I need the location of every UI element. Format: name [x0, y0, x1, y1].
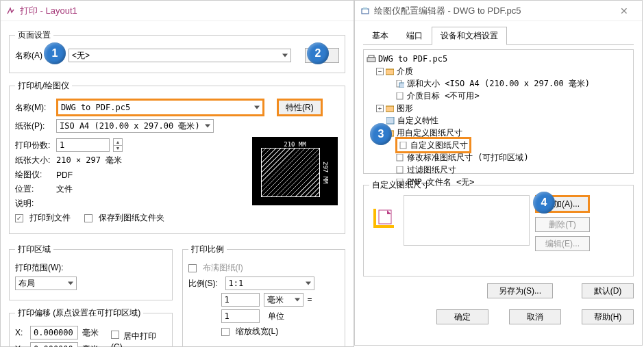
scale-num-input[interactable]: 1	[221, 293, 260, 307]
callout-badge-4: 4	[533, 192, 555, 214]
print-offset-legend: 打印偏移 (原点设置在可打印区域)	[15, 307, 143, 319]
save-folder-label: 保存到图纸文件夹	[99, 212, 164, 224]
printer-name-select[interactable]: DWG to PDF.pc5	[56, 99, 264, 116]
default-button[interactable]: 默认(D)	[582, 283, 634, 298]
folder-icon	[385, 104, 395, 112]
page-icon	[395, 153, 405, 162]
plotter-ok-button[interactable]: 确定	[436, 309, 488, 324]
offset-y-input[interactable]: 0.000000	[30, 342, 78, 347]
paper-select[interactable]: ISO A4 (210.00 x 297.00 毫米)	[56, 119, 214, 133]
tab-device-doc-settings[interactable]: 设备和文档设置	[432, 27, 507, 45]
svg-rect-15	[373, 209, 376, 228]
page-setup-name-select[interactable]: <无>	[69, 49, 291, 62]
paper-hatch-icon	[261, 148, 320, 197]
callout-badge-2: 2	[307, 42, 329, 64]
center-print-checkbox[interactable]	[111, 331, 119, 339]
app-icon	[6, 6, 16, 16]
callout-badge-3: 3	[370, 123, 392, 145]
fit-to-paper-checkbox[interactable]	[188, 264, 197, 272]
offset-y-unit: 毫米	[82, 344, 99, 348]
scale-den-input[interactable]: 1	[221, 309, 260, 323]
svg-rect-17	[379, 210, 391, 224]
settings-tree[interactable]: DWG to PDF.pc5 − 介质 源和大小 <ISO A4 (210.00…	[363, 49, 634, 174]
paper-size-value: 210 × 297 毫米	[56, 155, 122, 166]
plotter-cancel-button[interactable]: 取消	[509, 309, 561, 324]
copies-spinner[interactable]: ▲▼	[113, 138, 123, 152]
print-titlebar: 打印 - Layout1	[1, 1, 354, 21]
tree-custom-paper-size[interactable]: 自定义图纸尺寸	[367, 139, 630, 151]
save-folder-checkbox[interactable]	[84, 214, 92, 222]
tree-filter-paper[interactable]: 过滤图纸尺寸	[367, 164, 630, 176]
print-range-select[interactable]: 布局	[15, 277, 77, 290]
page-setup-name-label: 名称(A)	[15, 50, 42, 62]
plotter-help-button[interactable]: 帮助(H)	[582, 309, 634, 324]
print-offset-fieldset: 打印偏移 (原点设置在可打印区域) X: 0.000000 毫米 Y: 0.00…	[9, 307, 173, 347]
print-scale-fieldset: 打印比例 布满图纸(I) 比例(S): 1:1 1 毫米 =	[182, 244, 346, 347]
copies-label: 打印份数:	[15, 140, 52, 151]
save-as-button[interactable]: 另存为(S)...	[487, 283, 553, 298]
print-to-file-label: 打印到文件	[29, 212, 71, 224]
offset-x-unit: 毫米	[82, 327, 99, 339]
svg-rect-16	[373, 225, 394, 228]
printer-legend: 打印机/绘图仪	[15, 80, 72, 92]
svg-rect-11	[400, 142, 406, 149]
scale-lineweight-label: 缩放线宽(L)	[236, 326, 279, 337]
scale-ratio-select[interactable]: 1:1	[225, 277, 314, 290]
tree-media[interactable]: − 介质	[367, 65, 630, 77]
offset-y-label: Y:	[15, 344, 26, 347]
tree-media-target[interactable]: 介质目标 <不可用>	[367, 90, 630, 102]
plotter-label: 绘图仪:	[15, 169, 52, 181]
svg-rect-1	[363, 8, 367, 10]
svg-rect-3	[369, 55, 374, 57]
plotter-value: PDF	[56, 170, 73, 180]
print-range-label: 打印范围(W):	[15, 262, 64, 274]
expand-icon[interactable]: +	[376, 105, 384, 112]
print-area-fieldset: 打印区域 打印范围(W): 布局	[9, 244, 173, 300]
paper-size-listbox[interactable]	[404, 195, 530, 246]
edit-paper-size-button[interactable]: 编辑(E)...	[535, 236, 590, 251]
copies-input[interactable]: 1	[56, 138, 110, 152]
svg-rect-7	[397, 92, 403, 99]
preview-height-label: 297 MM	[322, 162, 329, 184]
tree-source-size[interactable]: 源和大小 <ISO A4 (210.00 x 297.00 毫米)	[367, 77, 630, 90]
delete-paper-size-button[interactable]: 删除(T)	[535, 217, 590, 232]
properties-icon	[386, 116, 395, 125]
printer-properties-button[interactable]: 特性(R)	[277, 99, 323, 116]
offset-x-input[interactable]: 0.000000	[30, 326, 78, 339]
page-icon	[395, 79, 405, 88]
printer-name-label: 名称(M):	[15, 102, 52, 114]
svg-rect-8	[386, 106, 394, 112]
tree-custom-props[interactable]: 自定义特性	[367, 114, 630, 127]
custom-paper-size-fieldset: 自定义图纸尺寸 添加(A)... 删除(T) 编辑(E)...	[363, 179, 634, 277]
tree-graphics[interactable]: + 图形	[367, 102, 630, 114]
plotter-config-dialog: 绘图仪配置编辑器 - DWG to PDF.pc5 ✕ 基本 端口 设备和文档设…	[354, 0, 643, 346]
scale-unit-select[interactable]: 毫米	[264, 293, 304, 307]
location-label: 位置:	[15, 183, 52, 195]
plotter-app-icon	[360, 6, 370, 16]
plotter-title: 绘图仪配置编辑器 - DWG to PDF.pc5	[374, 5, 612, 17]
tab-port[interactable]: 端口	[397, 27, 432, 44]
scale-ratio-label: 比例(S):	[188, 278, 221, 290]
print-scale-legend: 打印比例	[188, 244, 227, 255]
paper-label: 纸张(P):	[15, 120, 52, 132]
paper-size-label: 纸张大小:	[15, 155, 52, 166]
scale-unit2-label: 单位	[268, 311, 284, 322]
custom-paper-size-legend: 自定义图纸尺寸	[369, 179, 432, 191]
print-to-file-checkbox[interactable]: ✓	[15, 214, 23, 222]
svg-rect-0	[362, 9, 369, 14]
page-setup-legend: 页面设置	[15, 29, 53, 41]
tab-basic[interactable]: 基本	[363, 27, 397, 44]
scale-lineweight-checkbox[interactable]	[221, 328, 230, 336]
plotter-close-button[interactable]: ✕	[612, 1, 636, 21]
paper-preview: 210 MM 297 MM	[252, 137, 338, 205]
printer-fieldset: 打印机/绘图仪 名称(M): DWG to PDF.pc5 特性(R) 纸张(P…	[9, 80, 345, 234]
tree-root[interactable]: DWG to PDF.pc5	[367, 53, 630, 65]
page-icon	[395, 92, 405, 100]
svg-rect-4	[386, 69, 394, 75]
page-icon	[395, 166, 405, 174]
collapse-icon[interactable]: −	[376, 68, 384, 75]
fit-to-paper-label: 布满图纸(I)	[203, 262, 243, 274]
desc-label: 说明:	[15, 198, 52, 209]
folder-icon	[385, 67, 395, 75]
svg-rect-12	[397, 154, 403, 161]
